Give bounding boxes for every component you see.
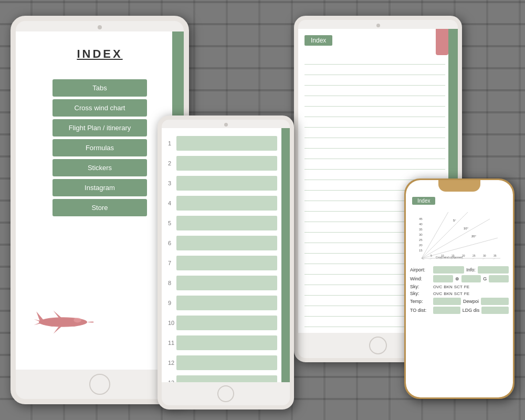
row-bar	[176, 256, 277, 270]
list-item: 4	[168, 194, 277, 212]
ldgdist-input[interactable]	[481, 307, 509, 314]
sky2-ovc[interactable]: OVC	[433, 291, 442, 296]
menu-btn-store[interactable]: Store	[52, 199, 147, 216]
svg-text:25: 25	[419, 238, 423, 242]
pink-tab	[436, 29, 448, 55]
todist-input[interactable]	[433, 307, 460, 314]
paper-line	[304, 139, 445, 149]
wind-input[interactable]	[433, 275, 453, 282]
list-item: 8	[168, 274, 277, 292]
paper-line	[304, 66, 445, 75]
list-item: 3	[168, 174, 277, 192]
phone-form-row-sky1: Sky: OVC BKN SCT FE	[410, 284, 509, 289]
temp-input[interactable]	[433, 298, 461, 305]
svg-text:10: 10	[441, 254, 444, 257]
row-bar	[176, 335, 277, 350]
phone: Index	[404, 178, 514, 399]
svg-text:10°: 10°	[464, 227, 469, 230]
home-button-right[interactable]	[369, 337, 387, 354]
paper-line	[304, 55, 445, 65]
numbered-list: 12345678910111213	[162, 128, 290, 382]
menu-btn-instagram[interactable]: Instagram	[52, 179, 147, 196]
phone-screen: Index	[406, 180, 513, 397]
home-button-center[interactable]	[217, 385, 234, 402]
svg-text:5°: 5°	[453, 219, 456, 222]
paper-line	[304, 97, 445, 107]
sky2-fe[interactable]: FE	[464, 291, 469, 296]
sky1-label: Sky:	[410, 284, 431, 289]
camera-center	[224, 123, 228, 127]
ldgdist-label: LDG dis	[463, 308, 480, 313]
menu-btn-tabs[interactable]: Tabs	[52, 79, 147, 97]
row-bar	[176, 375, 277, 382]
paper-line	[304, 108, 445, 117]
paper-line	[304, 150, 445, 159]
sky1-bkn[interactable]: BKN	[444, 285, 452, 289]
list-item: 2	[168, 154, 277, 172]
row-bar	[176, 196, 277, 211]
paper-line	[304, 76, 445, 86]
svg-text:5: 5	[430, 254, 432, 257]
phone-form-row-todist: TO dist: LDG dis	[410, 307, 509, 314]
ipad-left-title: INDEX	[77, 47, 122, 61]
dewpoint-label: Dewpoi	[463, 299, 479, 304]
row-number: 4	[168, 200, 176, 206]
svg-text:45: 45	[419, 217, 423, 220]
sky1-sct[interactable]: SCT	[454, 285, 463, 289]
row-number: 9	[168, 300, 176, 306]
green-sidebar-center	[281, 128, 290, 382]
svg-point-2	[74, 318, 81, 322]
crosswind-chart-container: 5° 10° 20° 45 40 35 30 25 20 15 Cross wi…	[406, 210, 513, 261]
right-index-header: Index	[304, 35, 332, 46]
dewpoint-input[interactable]	[481, 298, 509, 305]
camera-left	[98, 25, 102, 29]
ipad-center: 12345678910111213	[158, 116, 294, 410]
row-number: 13	[168, 380, 176, 382]
svg-text:20: 20	[419, 244, 423, 247]
sky1-fe[interactable]: FE	[464, 285, 469, 289]
row-bar	[176, 276, 277, 290]
sky2-sct[interactable]: SCT	[454, 291, 463, 296]
menu-btn-crosswind[interactable]: Cross wind chart	[52, 99, 147, 117]
row-bar	[176, 296, 277, 310]
info-input[interactable]	[478, 266, 509, 274]
phone-form-row-airport: Airport: Info:	[410, 266, 509, 274]
row-number: 2	[168, 160, 176, 166]
row-number: 3	[168, 180, 176, 186]
crosswind-chart-svg: 5° 10° 20° 45 40 35 30 25 20 15 Cross wi…	[417, 212, 501, 259]
row-number: 12	[168, 360, 176, 366]
phone-form-row-sky2: Sky: OVC BKN SCT FE	[410, 291, 509, 296]
row-bar	[176, 316, 277, 330]
svg-text:35: 35	[419, 228, 423, 231]
airport-input[interactable]	[433, 266, 464, 274]
home-button-left[interactable]	[89, 374, 110, 395]
row-number: 1	[168, 140, 176, 146]
plane-illustration	[32, 307, 94, 338]
menu-btn-formulas[interactable]: Formulas	[52, 139, 147, 156]
row-number: 10	[168, 320, 176, 326]
list-item: 5	[168, 214, 277, 232]
row-bar	[176, 136, 277, 151]
row-bar	[176, 236, 277, 250]
sky2-options: OVC BKN SCT FE	[433, 291, 469, 296]
row-bar	[176, 355, 277, 370]
phone-form-row-temp: Temp: Dewpoi	[410, 298, 509, 305]
svg-text:15: 15	[452, 254, 455, 257]
svg-text:35: 35	[494, 254, 497, 257]
menu-btn-stickers[interactable]: Stickers	[52, 159, 147, 176]
todist-label: TO dist:	[410, 308, 431, 313]
svg-text:40: 40	[419, 223, 423, 226]
row-number: 11	[168, 340, 176, 346]
wind-symbol: ⊕	[455, 276, 459, 281]
sky1-ovc[interactable]: OVC	[433, 285, 442, 289]
wind-g-input[interactable]	[461, 275, 481, 282]
sky2-bkn[interactable]: BKN	[444, 291, 452, 296]
svg-rect-3	[417, 212, 501, 259]
phone-form-row-wind: Wind: ⊕ G	[410, 275, 509, 282]
menu-btn-flightplan[interactable]: Flight Plan / itinerary	[52, 119, 147, 136]
svg-text:25: 25	[472, 254, 476, 257]
list-item: 11	[168, 334, 277, 352]
wind-g2-input[interactable]	[489, 275, 509, 282]
paper-line	[304, 160, 445, 170]
paper-line	[304, 118, 445, 128]
